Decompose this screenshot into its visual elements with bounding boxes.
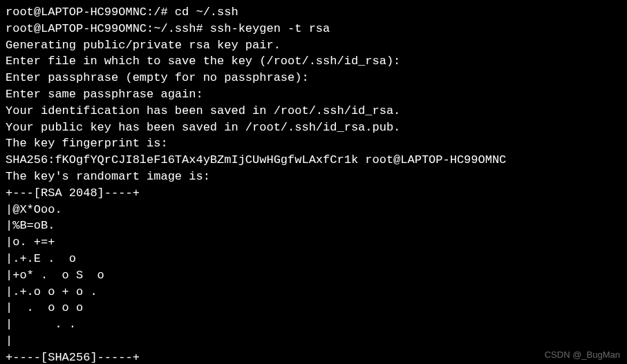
terminal-line: | . o o o (6, 300, 621, 316)
terminal-line: |.+.E . o (6, 251, 621, 267)
terminal-line: +----[SHA256]-----+ (6, 349, 621, 364)
terminal-line: SHA256:fKOgfYQrCJI8leF16TAx4yBZmIjCUwHGg… (6, 152, 621, 169)
terminal-line: |%B=oB. (6, 218, 621, 234)
terminal-line: Your identification has been saved in /r… (6, 103, 621, 119)
terminal-line: +---[RSA 2048]----+ (6, 185, 621, 202)
terminal-line: The key fingerprint is: (6, 135, 621, 152)
terminal-line: The key's randomart image is: (6, 169, 621, 185)
terminal-line: Generating public/private rsa key pair. (6, 37, 621, 54)
terminal-line: root@LAPTOP-HC99OMNC:/# cd ~/.ssh (6, 4, 621, 21)
terminal-line: |o. +=+ (6, 234, 621, 251)
watermark-text: CSDN @_BugMan (545, 349, 620, 361)
terminal-line: root@LAPTOP-HC99OMNC:~/.ssh# ssh-keygen … (6, 21, 621, 37)
terminal-line: Enter passphrase (empty for no passphras… (6, 70, 621, 86)
terminal-line: | (6, 333, 621, 349)
terminal-line: Enter file in which to save the key (/ro… (6, 53, 621, 70)
terminal-line: |.+.o o + o . (6, 284, 621, 300)
terminal-line: |@X*Ooo. (6, 202, 621, 218)
terminal-line: Enter same passphrase again: (6, 86, 621, 103)
terminal-line: | . . (6, 316, 621, 333)
terminal-output[interactable]: root@LAPTOP-HC99OMNC:/# cd ~/.sshroot@LA… (6, 4, 621, 364)
terminal-line: |+o* . o S o (6, 267, 621, 284)
terminal-line: Your public key has been saved in /root/… (6, 119, 621, 136)
